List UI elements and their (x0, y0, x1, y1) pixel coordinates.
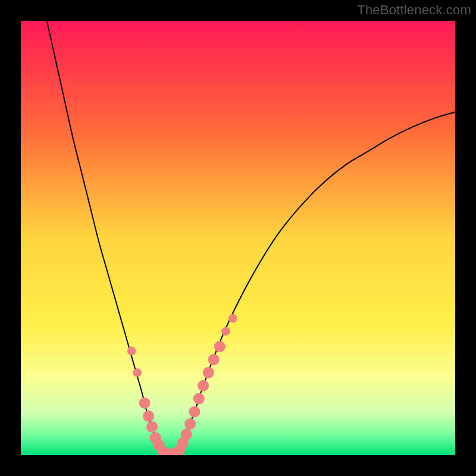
data-point-marker (193, 393, 205, 405)
data-point-marker (146, 421, 158, 433)
watermark-text: TheBottleneck.com (357, 2, 471, 18)
data-point-marker (181, 428, 192, 440)
bottleneck-curve (47, 21, 455, 455)
data-point-marker (139, 397, 151, 409)
data-point-marker (127, 347, 136, 356)
data-point-marker (184, 418, 196, 430)
data-point-marker (133, 368, 142, 377)
data-point-marker (221, 327, 230, 336)
data-point-marker (203, 367, 214, 378)
data-point-marker (143, 411, 154, 422)
data-point-marker (208, 354, 220, 365)
plot-area (21, 21, 455, 455)
data-point-marker (198, 380, 209, 392)
data-point-marker (228, 314, 237, 323)
data-point-marker (189, 406, 201, 418)
chart-container: TheBottleneck.com (0, 0, 476, 476)
curve-layer (21, 21, 455, 455)
data-point-marker (214, 341, 226, 352)
